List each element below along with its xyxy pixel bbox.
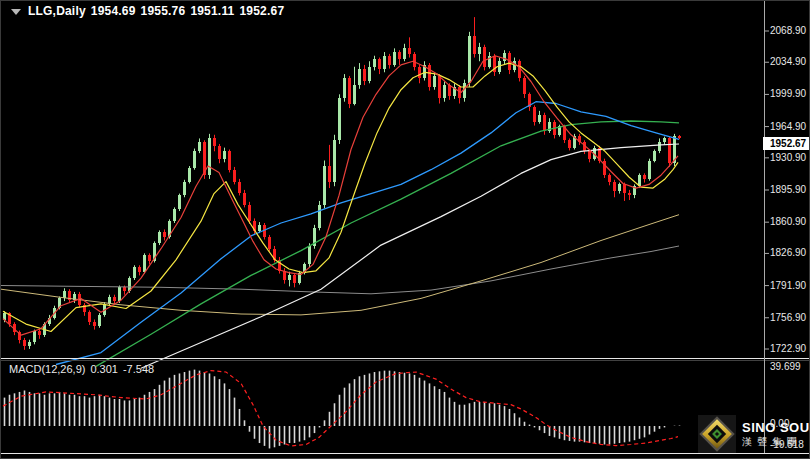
price-axis-label: 1826.90 <box>770 247 806 259</box>
sino-sound-diamond-icon <box>698 415 736 453</box>
price-axis-label: 1722.90 <box>770 343 806 355</box>
low-value: 1951.11 <box>190 4 234 18</box>
macd-signal-value: -7.548 <box>123 363 154 375</box>
price-axis-label: 1791.90 <box>770 280 806 292</box>
high-value: 1955.76 <box>141 4 186 18</box>
macd-axis-label: 39.699 <box>770 361 801 373</box>
macd-name: MACD(12,26,9) <box>9 363 85 375</box>
close-value: 1952.67 <box>240 4 285 18</box>
chevron-down-icon[interactable] <box>11 9 21 15</box>
price-axis-label: 2068.90 <box>770 25 806 37</box>
ma-gray-long <box>1 246 679 294</box>
symbol-info-bar: LLG,Daily1954.691955.761951.111952.67 <box>11 4 284 18</box>
symbol-period-label: LLG,Daily <box>28 4 86 18</box>
open-value: 1954.69 <box>91 4 136 18</box>
price-axis-label: 1756.90 <box>770 312 806 324</box>
price-axis-label: 1964.90 <box>770 121 806 133</box>
price-axis-label: 1895.90 <box>770 184 806 196</box>
current-price-badge: 1952.67 <box>763 137 810 150</box>
macd-indicator-label: MACD(12,26,9)0.301-7.548 <box>9 363 154 375</box>
price-axis-label: 1999.90 <box>770 88 806 100</box>
macd-main-value: 0.301 <box>90 363 118 375</box>
price-axis-label: 1930.90 <box>770 152 806 164</box>
macd-axis-label: 0.00 <box>770 418 789 430</box>
price-axis-label: 2034.90 <box>770 56 806 68</box>
price-axis-label: 1860.90 <box>770 216 806 228</box>
mt4-chart-window: LLG,Daily1954.691955.761951.111952.67 MA… <box>0 0 810 459</box>
ma-blue <box>56 102 679 365</box>
macd-axis-label: -19.518 <box>770 439 804 451</box>
chart-canvas[interactable] <box>1 1 810 459</box>
